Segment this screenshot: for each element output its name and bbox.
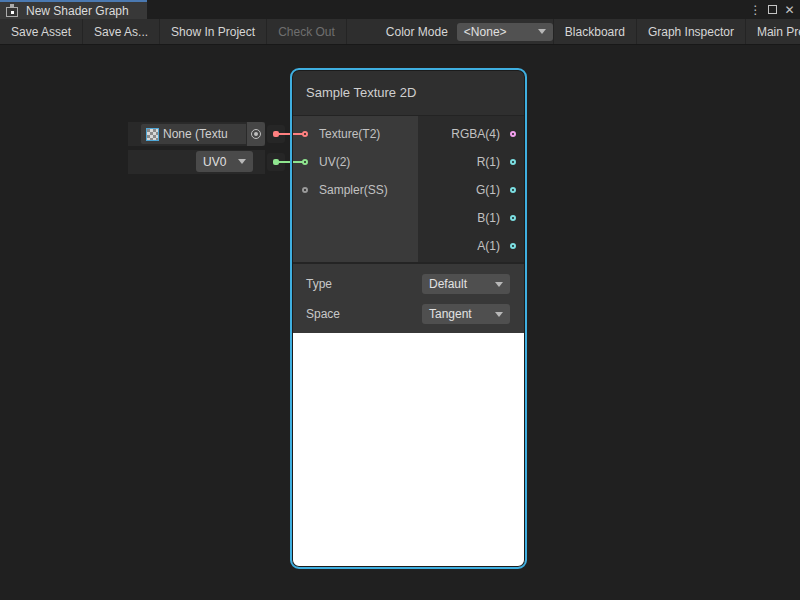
sampler-port-icon[interactable] [302,187,308,193]
color-mode-group: Color Mode <None> [377,23,553,41]
chevron-down-icon [238,159,246,164]
port-row-g: G(1) [418,176,525,204]
port-row-a: A(1) [418,232,525,260]
output-ports-column: RGBA(4) R(1) G(1) B(1) A(1) [418,116,525,262]
graph-inspector-button[interactable]: Graph Inspector [636,19,745,44]
uv-input-widget-row: UV0 [128,150,265,174]
texture2d-icon [146,128,159,141]
node-header[interactable]: Sample Texture 2D [292,70,525,116]
graph-toolbar: Save Asset Save As... Show In Project Ch… [0,19,800,45]
tab-title: New Shader Graph [26,4,129,18]
toolbar-left-group: Save Asset Save As... Show In Project Ch… [0,19,347,44]
b-port-icon[interactable] [510,215,516,221]
blackboard-button[interactable]: Blackboard [553,19,636,44]
texture-object-field-value: None (Textu [163,127,228,141]
port-row-texture: Texture(T2) [292,120,418,148]
save-as-button[interactable]: Save As... [83,19,160,44]
color-mode-label: Color Mode [377,25,457,39]
close-icon[interactable]: ✕ [781,0,798,19]
uv-edge[interactable] [277,161,303,163]
node-ports: Texture(T2) UV(2) Sampler(SS) RGBA(4) R(… [292,116,525,262]
uv-channel-value: UV0 [203,155,226,169]
space-label: Space [306,307,340,321]
chevron-down-icon [495,282,503,287]
texture-port-label: Texture(T2) [319,127,380,141]
maximize-icon[interactable] [764,0,781,19]
type-value: Default [429,277,467,291]
rgba-port-label: RGBA(4) [451,127,500,141]
type-label: Type [306,277,332,291]
shader-graph-asset-icon-dot [11,11,14,14]
space-option-row: Space Tangent [292,299,525,329]
object-picker-icon [251,129,261,139]
window-controls: ⋮ ✕ [747,0,798,19]
shader-graph-asset-icon [6,4,19,17]
chevron-down-icon [495,312,503,317]
main-preview-button[interactable]: Main Preview [745,19,800,44]
check-out-button: Check Out [267,19,347,44]
g-port-icon[interactable] [510,187,516,193]
maximize-icon-box [768,5,777,14]
uv-channel-dropdown[interactable]: UV0 [196,151,253,172]
color-mode-dropdown[interactable]: <None> [457,23,553,41]
tab-new-shader-graph[interactable]: New Shader Graph [0,0,147,19]
sample-texture-2d-node[interactable]: Sample Texture 2D Texture(T2) UV(2) Samp… [292,70,525,567]
node-title: Sample Texture 2D [306,85,416,100]
texture-input-widget-row: None (Textu [128,122,265,146]
r-port-label: R(1) [477,155,500,169]
type-dropdown[interactable]: Default [422,274,510,294]
port-row-r: R(1) [418,148,525,176]
shader-graph-window: New Shader Graph ⋮ ✕ Save Asset Save As.… [0,0,800,600]
g-port-label: G(1) [476,183,500,197]
node-preview[interactable] [292,333,525,567]
port-row-sampler: Sampler(SS) [292,176,418,204]
rgba-port-icon[interactable] [510,131,516,137]
port-row-uv: UV(2) [292,148,418,176]
kebab-menu-icon[interactable]: ⋮ [747,0,764,19]
port-row-b: B(1) [418,204,525,232]
texture-object-field[interactable]: None (Textu [140,123,258,145]
input-ports-column: Texture(T2) UV(2) Sampler(SS) [292,116,418,262]
tab-bar: New Shader Graph ⋮ ✕ [0,0,800,19]
chevron-down-icon [538,29,546,34]
save-asset-button[interactable]: Save Asset [0,19,83,44]
type-option-row: Type Default [292,269,525,299]
r-port-icon[interactable] [510,159,516,165]
b-port-label: B(1) [477,211,500,225]
a-port-icon[interactable] [510,243,516,249]
object-picker-button[interactable] [246,122,265,146]
sampler-port-label: Sampler(SS) [319,183,388,197]
uv-port-label: UV(2) [319,155,350,169]
node-options: Type Default Space Tangent [292,262,525,333]
toolbar-right-group: Blackboard Graph Inspector Main Preview [553,19,800,44]
space-value: Tangent [429,307,472,321]
a-port-label: A(1) [477,239,500,253]
show-in-project-button[interactable]: Show In Project [160,19,267,44]
color-mode-value: <None> [464,25,507,39]
port-row-rgba: RGBA(4) [418,120,525,148]
space-dropdown[interactable]: Tangent [422,304,510,324]
texture-edge[interactable] [277,133,303,135]
